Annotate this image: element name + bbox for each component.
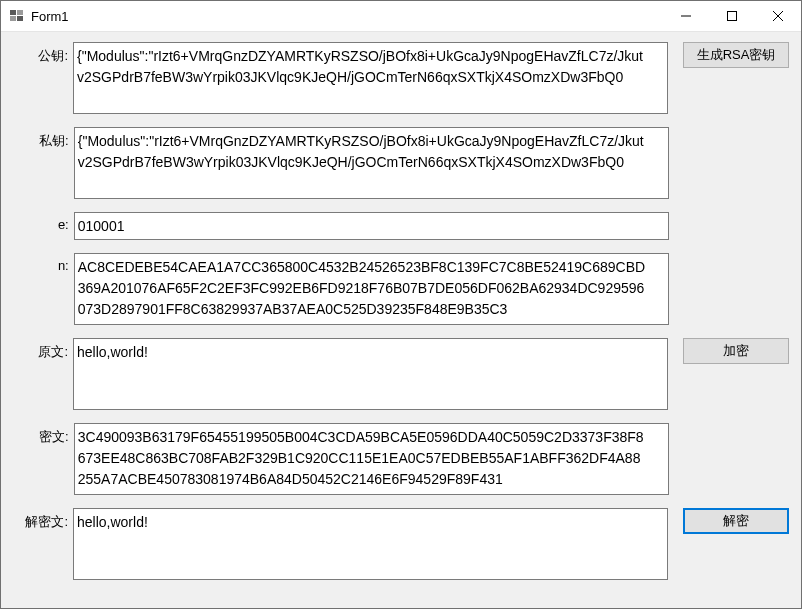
n-label: n: [31, 253, 69, 273]
generate-rsa-button[interactable]: 生成RSA密钥 [683, 42, 789, 68]
svg-rect-1 [17, 10, 23, 15]
private-key-input[interactable] [74, 127, 669, 199]
plaintext-label: 原文: [31, 338, 68, 361]
titlebar: Form1 [1, 1, 801, 32]
window-controls [663, 1, 801, 31]
private-key-label: 私钥: [31, 127, 69, 150]
encrypt-button[interactable]: 加密 [683, 338, 789, 364]
maximize-button[interactable] [709, 1, 755, 31]
svg-rect-3 [17, 16, 23, 21]
app-icon [9, 8, 25, 24]
close-button[interactable] [755, 1, 801, 31]
decrypted-input[interactable] [73, 508, 668, 580]
svg-rect-2 [10, 16, 16, 21]
n-input[interactable] [74, 253, 669, 325]
public-key-label: 公钥: [31, 42, 68, 65]
e-label: e: [31, 212, 69, 232]
decrypt-button[interactable]: 解密 [683, 508, 789, 534]
decrypted-label: 解密文: [24, 508, 68, 531]
public-key-input[interactable] [73, 42, 668, 114]
window: Form1 公钥: 生成RSA密钥 私钥: [0, 0, 802, 609]
svg-rect-0 [10, 10, 16, 15]
ciphertext-input[interactable] [74, 423, 669, 495]
client-area: 公钥: 生成RSA密钥 私钥: e: n: [1, 32, 801, 608]
ciphertext-label: 密文: [31, 423, 69, 446]
window-title: Form1 [31, 9, 663, 24]
minimize-button[interactable] [663, 1, 709, 31]
plaintext-input[interactable] [73, 338, 668, 410]
e-input[interactable] [74, 212, 669, 240]
svg-rect-5 [728, 12, 737, 21]
